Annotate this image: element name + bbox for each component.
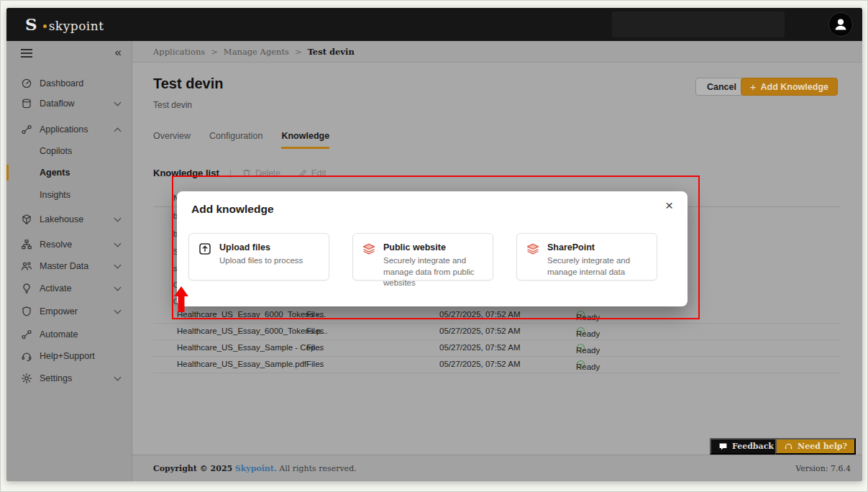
breadcrumb-applications[interactable]: Applications [153,47,205,57]
chevron-down-icon [114,240,122,247]
logo-initial: S [25,14,37,34]
feedback-button[interactable]: Feedback [710,438,782,455]
plus-icon: + [750,81,757,93]
upload-icon [198,242,212,256]
chevron-down-icon [114,215,122,222]
logo-dot-icon [43,24,47,28]
chevron-down-icon [114,307,122,314]
database-icon [21,98,32,109]
file-name: Healthcare_US_Essay_Sample - Cop... [177,343,322,352]
sidebar-item-help-support[interactable]: Help+Support [6,347,132,365]
active-indicator [6,165,9,181]
delete-button[interactable]: Delete [242,168,280,178]
hierarchy-icon [21,239,32,250]
file-name: Healthcare_US_Essay_6000_Tokens.p... [177,327,328,335]
logo-wordmark: skypoint [49,19,104,33]
table-row[interactable]: Healthcare_US_Essay_6000_Tokens -... Fil… [153,307,841,324]
copyright-text: Copyright © 2025 Skypoint. All rights re… [153,464,357,473]
menu-icon[interactable] [21,49,32,60]
card-title: SharePoint [547,242,595,252]
file-name: Healthcare_US_Essay_Sample.pdf [177,360,306,368]
sidebar-item-insights[interactable]: Insights [6,186,132,204]
sharepoint-card[interactable]: SharePoint Securely integrate and manage… [516,233,657,281]
headset-icon [21,350,32,362]
tab-bar: Overview Configuration Knowledge [153,131,329,149]
topbar-search[interactable] [612,12,785,37]
tab-configuration[interactable]: Configuration [209,131,262,149]
chevron-down-icon [114,262,122,269]
file-type: Files [306,360,324,368]
user-avatar[interactable] [828,12,853,37]
tab-knowledge[interactable]: Knowledge [281,131,329,149]
cube-icon [21,214,32,225]
sidebar-item-settings[interactable]: Settings [6,370,132,387]
table-row[interactable]: Healthcare_US_Essay_6000_Tokens.p... Fil… [153,324,841,340]
file-type: Files [306,310,324,319]
sidebar-item-empower[interactable]: Empower [6,303,132,320]
chevron-down-icon [114,284,122,291]
status-badge: Ready [576,343,585,352]
screenshot-canvas: S skypoint « Dashboard [0,0,868,492]
breadcrumb-current: Test devin [308,47,355,57]
topbar: S skypoint [6,8,862,41]
people-icon [21,260,32,272]
card-description: Securely integrate and manage data from … [383,255,488,289]
skypoint-link[interactable]: Skypoint. [235,464,277,473]
toolbar-divider: | [229,168,232,178]
breadcrumb-separator: > [211,47,218,57]
pencil-icon [298,168,308,178]
file-name: Healthcare_US_Essay_6000_Tokens -... [177,310,326,319]
person-icon [832,16,849,33]
file-modified: 05/27/2025, 07:52 AM [439,327,521,335]
breadcrumb-manage-agents[interactable]: Manage Agents [224,47,289,57]
lightbulb-icon [21,283,32,294]
layers-icon [362,242,376,256]
applications-icon [21,124,32,135]
knowledge-list-toolbar: Knowledge list | Delete Edit [153,168,344,178]
sidebar-item-master-data[interactable]: Master Data [6,258,132,275]
breadcrumb: Applications > Manage Agents > Test devi… [132,41,862,63]
knowledge-list-title: Knowledge list [153,168,219,178]
sidebar-item-applications[interactable]: Applications [6,121,132,138]
add-knowledge-label: Add Knowledge [761,82,828,92]
card-description: Securely integrate and manage internal d… [547,255,652,278]
upload-files-card[interactable]: Upload files Upload files to process [188,233,329,281]
shield-icon [21,306,32,317]
card-title: Public website [383,242,446,252]
sidebar-item-dashboard[interactable]: Dashboard [6,75,132,92]
automate-icon [21,329,32,340]
sidebar-item-lakehouse[interactable]: Lakehouse [6,211,132,228]
sidebar-item-dataflow[interactable]: Dataflow [6,95,132,112]
table-row[interactable]: Healthcare_US_Essay_Sample - Cop... File… [153,340,841,357]
edit-button[interactable]: Edit [298,168,326,178]
tab-overview[interactable]: Overview [153,131,191,149]
gear-icon [21,373,32,384]
sidebar-item-resolve[interactable]: Resolve [6,236,132,253]
add-knowledge-button[interactable]: + Add Knowledge [741,78,838,96]
need-help-button[interactable]: Need help? [775,438,856,455]
speech-bubble-icon [718,442,728,451]
version-label: Version: 7.6.4 [795,464,851,473]
file-type: Files [306,327,324,335]
trash-icon [242,168,252,178]
close-icon[interactable]: × [665,199,673,212]
layers-icon [526,242,540,256]
collapse-sidebar-icon[interactable]: « [115,45,122,60]
file-modified: 05/27/2025, 07:52 AM [439,343,521,352]
page-title: Test devin [153,76,223,92]
chevron-up-icon [114,128,122,135]
breadcrumb-separator: > [295,47,302,57]
chevron-down-icon [114,99,122,106]
table-row[interactable]: Healthcare_US_Essay_Sample.pdf Files 05/… [153,357,841,373]
sidebar-item-agents[interactable]: Agents [6,164,132,181]
status-badge: Ready [576,327,585,336]
sidebar-item-activate[interactable]: Activate [6,280,132,297]
headset-icon [784,442,793,451]
skypoint-logo: S skypoint [25,14,104,34]
file-modified: 05/27/2025, 07:52 AM [439,360,521,368]
chevron-down-icon [114,374,122,381]
sidebar-item-automate[interactable]: Automate [6,326,132,343]
public-website-card[interactable]: Public website Securely integrate and ma… [352,233,493,281]
status-badge: Ready [576,360,585,369]
sidebar-item-copilots[interactable]: Copilots [6,142,132,160]
